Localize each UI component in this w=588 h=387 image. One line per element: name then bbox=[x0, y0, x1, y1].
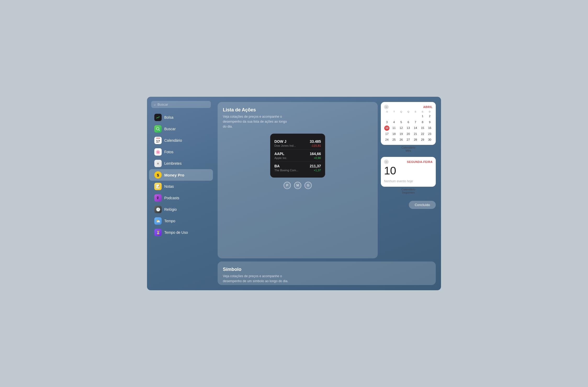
sidebar-item-buscar[interactable]: Buscar bbox=[149, 123, 213, 135]
sidebar-item-fotos[interactable]: 🌸Fotos bbox=[149, 146, 213, 158]
sidebar: ⌕ BolsaBuscarJAN17Calendário🌸Fotos≡Lembr… bbox=[147, 97, 215, 290]
moneypro-icon: $ bbox=[154, 171, 162, 179]
stock-change: -115,81 bbox=[310, 144, 321, 147]
cal-month-label: ABRIL bbox=[423, 105, 433, 109]
sidebar-item-lembretes[interactable]: ≡Lembretes bbox=[149, 158, 213, 169]
stock-right: 164,66 +0,90 bbox=[310, 152, 321, 160]
cal-cell[interactable]: 2 bbox=[426, 113, 433, 119]
sidebar-item-notas[interactable]: 📝Notas bbox=[149, 181, 213, 192]
cal-cell[interactable]: 3 bbox=[383, 119, 390, 125]
stock-price: 164,66 bbox=[310, 152, 321, 156]
cal-cell bbox=[383, 113, 390, 119]
cal-cell[interactable]: 19 bbox=[398, 131, 405, 137]
lista-acoes-desc: Veja cotações de preços e acompanhe o de… bbox=[223, 114, 291, 129]
cal-cell[interactable]: 10 bbox=[384, 126, 389, 131]
cal-cell[interactable]: 15 bbox=[419, 125, 426, 131]
cal-cell[interactable]: 18 bbox=[391, 131, 397, 137]
cal-month-minus[interactable]: − bbox=[384, 105, 389, 109]
tempodeuso-label: Tempo de Uso bbox=[164, 230, 188, 235]
lista-acoes-title: Lista de Ações bbox=[223, 107, 372, 113]
cal-next-weekday: SEGUNDA-FEIRA bbox=[407, 160, 433, 163]
cal-cell[interactable]: 24 bbox=[383, 137, 390, 143]
stock-left: AAPL Apple Inc. bbox=[274, 152, 287, 160]
cal-cell[interactable]: 21 bbox=[412, 131, 419, 137]
sidebar-item-podcasts[interactable]: 🎙Podcasts bbox=[149, 192, 213, 204]
cal-next-day: 10 bbox=[381, 165, 436, 177]
sidebar-item-moneypro[interactable]: $Money Pro bbox=[149, 169, 213, 181]
cal-cell[interactable]: 20 bbox=[405, 131, 412, 137]
notas-icon: 📝 bbox=[154, 183, 162, 190]
stock-left: BA The Boeing Com... bbox=[274, 164, 298, 172]
sidebar-item-calendario[interactable]: JAN17Calendário bbox=[149, 135, 213, 146]
stock-change: +1,37 bbox=[310, 169, 321, 172]
day-t: T bbox=[391, 110, 398, 113]
stock-left: DOW J Dow Jones Ind... bbox=[274, 139, 296, 147]
relogio-label: Relógio bbox=[164, 207, 177, 212]
cal-cell[interactable]: 22 bbox=[419, 131, 426, 137]
sidebar-item-tempodeuso[interactable]: ⏳Tempo de Uso bbox=[149, 227, 213, 238]
cal-cell[interactable]: 17 bbox=[383, 131, 390, 137]
sidebar-item-relogio[interactable]: 🕐Relógio bbox=[149, 204, 213, 215]
cal-cell bbox=[391, 113, 397, 119]
stock-fullname: Apple Inc. bbox=[274, 156, 287, 160]
calendar-month-widget: − ABRIL S T Q Q S S D bbox=[381, 102, 436, 154]
moneypro-label: Money Pro bbox=[164, 173, 184, 177]
search-box[interactable]: ⌕ bbox=[151, 101, 211, 108]
tempo-label: Tempo bbox=[164, 219, 175, 223]
buscar-icon bbox=[154, 125, 162, 133]
cal-cell[interactable]: 8 bbox=[419, 119, 426, 125]
cal-cell[interactable]: 9 bbox=[426, 119, 433, 125]
cal-month-header: − ABRIL bbox=[381, 102, 436, 109]
lembretes-label: Lembretes bbox=[164, 161, 182, 166]
cal-cell[interactable]: 25 bbox=[391, 137, 397, 143]
stock-right: 211,37 +1,37 bbox=[310, 164, 321, 172]
cal-next-header: − SEGUNDA-FEIRA bbox=[381, 157, 436, 165]
stock-price: 33.485 bbox=[310, 139, 321, 144]
page-dot-m[interactable]: M bbox=[294, 182, 301, 189]
buscar-label: Buscar bbox=[164, 127, 176, 131]
stock-right: 33.485 -115,81 bbox=[310, 139, 321, 147]
tempodeuso-icon: ⏳ bbox=[154, 229, 162, 236]
page-dot-p[interactable]: P bbox=[284, 182, 291, 189]
concluded-button[interactable]: Concluído bbox=[409, 201, 436, 209]
cal-cell[interactable]: 4 bbox=[391, 119, 397, 125]
cal-cell[interactable]: 1 bbox=[419, 113, 426, 119]
cal-cell[interactable]: 11 bbox=[391, 125, 397, 131]
sidebar-item-tempo[interactable]: ⛅Tempo bbox=[149, 215, 213, 227]
stock-fullname: The Boeing Com... bbox=[274, 169, 298, 172]
cal-cell[interactable]: 30 bbox=[426, 137, 433, 143]
cal-cell[interactable]: 14 bbox=[412, 125, 419, 131]
day-s3: S bbox=[419, 110, 426, 113]
cal-next-card: − SEGUNDA-FEIRA 10 Nenhum evento hoje bbox=[381, 157, 436, 187]
simbolo-title: Símbolo bbox=[223, 267, 431, 272]
cal-cell[interactable]: 28 bbox=[412, 137, 419, 143]
stock-row-aapl: AAPL Apple Inc. 164,66 +0,90 bbox=[274, 150, 321, 162]
cal-cell[interactable]: 5 bbox=[398, 119, 405, 125]
cal-cell[interactable]: 23 bbox=[426, 131, 433, 137]
cal-grid: 1234567891011121314151617181920212223242… bbox=[381, 113, 436, 145]
cal-next-minus[interactable]: − bbox=[384, 160, 389, 164]
stock-symbol: BA bbox=[274, 164, 298, 168]
cal-cell bbox=[412, 113, 419, 119]
top-row: Lista de Ações Veja cotações de preços e… bbox=[218, 102, 436, 258]
cal-next-footer: Calendário Seguintes bbox=[381, 187, 436, 196]
cal-cell[interactable]: 27 bbox=[405, 137, 412, 143]
cal-days-header: S T Q Q S S D bbox=[381, 109, 436, 113]
lembretes-icon: ≡ bbox=[154, 160, 162, 167]
stock-row-ba: BA The Boeing Com... 211,37 +1,37 bbox=[274, 162, 321, 174]
cal-cell[interactable]: 16 bbox=[426, 125, 433, 131]
tempo-icon: ⛅ bbox=[154, 217, 162, 225]
cal-cell[interactable]: 13 bbox=[405, 125, 412, 131]
day-q1: Q bbox=[398, 110, 405, 113]
sidebar-item-bolsa[interactable]: Bolsa bbox=[149, 112, 213, 123]
page-dot-g[interactable]: G bbox=[304, 182, 312, 189]
cal-cell[interactable]: 12 bbox=[398, 125, 405, 131]
day-q2: Q bbox=[405, 110, 412, 113]
cal-cell[interactable]: 26 bbox=[398, 137, 405, 143]
search-input[interactable] bbox=[157, 103, 208, 106]
cal-cell[interactable]: 6 bbox=[405, 119, 412, 125]
cal-cell[interactable]: 29 bbox=[419, 137, 426, 143]
stock-fullname: Dow Jones Ind... bbox=[274, 144, 296, 147]
cal-cell bbox=[405, 113, 412, 119]
cal-cell[interactable]: 7 bbox=[412, 119, 419, 125]
